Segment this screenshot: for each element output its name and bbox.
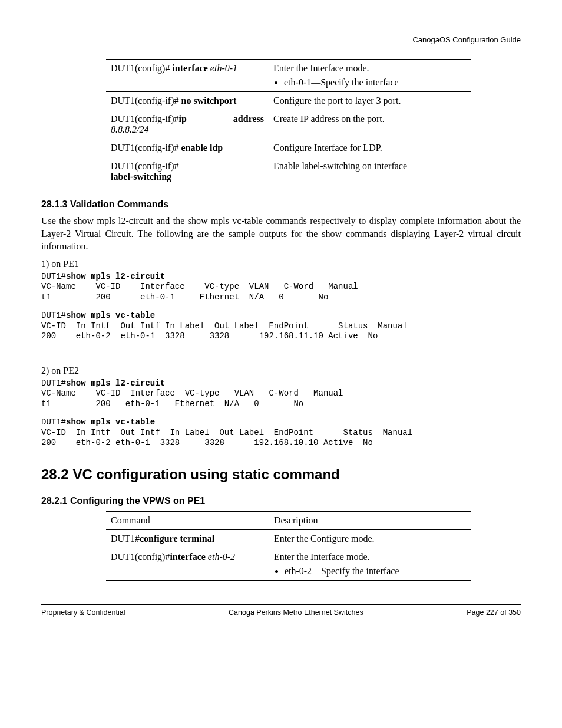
- cmd-bullet: eth-0-2—Specify the interface: [285, 566, 467, 577]
- cmd-desc: Configure Interface for LDP.: [269, 139, 471, 157]
- cmd-bold: label-switching: [111, 172, 264, 182]
- pe1-label: 1) on PE1: [41, 259, 521, 269]
- pe2-output-2: DUT1#show mpls vc-table VC-ID In Intf Ou…: [41, 417, 521, 449]
- footer-right: Page 227 of 350: [467, 608, 521, 617]
- cmd-desc: Enter the Interface mode.: [273, 63, 467, 74]
- cmd-desc: Enable label-switching on interface: [269, 157, 471, 186]
- col-header-command: Command: [106, 511, 269, 529]
- cmd-prefix: DUT1(config-if)#: [111, 95, 181, 106]
- table-row: DUT1(config-if)# label-switching Enable …: [106, 157, 471, 186]
- header-rule: [41, 48, 521, 48]
- section-para: Use the show mpls l2-circuit and the sho…: [41, 215, 521, 253]
- cmd-bullet: eth-0-1—Specify the interface: [284, 77, 467, 88]
- table-row: DUT1(config)# interface eth-0-1 Enter th…: [106, 60, 471, 92]
- cmd-desc: Enter the Interface mode.: [274, 552, 467, 562]
- cmd-bold: address: [233, 114, 264, 124]
- table-row: DUT1(config-if)# enable ldp Configure In…: [106, 139, 471, 157]
- cmd-desc: Create IP address on the port.: [269, 110, 471, 139]
- table-row: DUT1(config-if)#ip address 8.8.8.2/24 Cr…: [106, 110, 471, 139]
- cmd-prefix: DUT1(config)#: [111, 552, 170, 562]
- table-row: DUT1#configure terminal Enter the Config…: [106, 529, 471, 548]
- cmd-bold: no switchport: [181, 95, 237, 106]
- command-table-1: DUT1(config)# interface eth-0-1 Enter th…: [106, 59, 471, 186]
- section-heading-28-1-3: 28.1.3 Validation Commands: [41, 199, 521, 210]
- cmd-prefix: DUT1(config-if)#: [111, 161, 264, 172]
- cmd-desc: Configure the port to layer 3 port.: [269, 92, 471, 110]
- pe1-output-2: DUT1#show mpls vc-table VC-ID In Intf Ou…: [41, 311, 521, 342]
- pe2-output-1: DUT1#show mpls l2-circuit VC-Name VC-ID …: [41, 378, 521, 410]
- cmd-bold: interface: [172, 63, 207, 73]
- cmd-italic: 8.8.8.2/24: [111, 124, 264, 135]
- pe2-label: 2) on PE2: [41, 365, 521, 376]
- cmd-prefix: DUT1#: [111, 533, 140, 543]
- section-heading-28-2: 28.2 VC configuration using static comma…: [41, 466, 521, 483]
- cmd-bold: interface: [170, 552, 205, 562]
- footer-center: Canoga Perkins Metro Ethernet Switches: [229, 608, 363, 617]
- col-header-description: Description: [269, 511, 471, 529]
- table-row: DUT1(config)#interface eth-0-2 Enter the…: [106, 548, 471, 580]
- footer-left: Proprietary & Confidential: [41, 608, 125, 617]
- cmd-bold: ip: [179, 114, 187, 124]
- table-row: DUT1(config-if)# no switchport Configure…: [106, 92, 471, 110]
- cmd-prefix: DUT1(config-if)#: [111, 143, 181, 153]
- command-table-2: Command Description DUT1#configure termi…: [106, 511, 471, 581]
- page-header: CanogaOS Configuration Guide: [41, 35, 521, 48]
- cmd-italic: eth-0-2: [206, 552, 235, 562]
- cmd-bold: configure terminal: [140, 533, 214, 543]
- cmd-prefix: DUT1(config-if)#: [111, 114, 179, 124]
- page-footer: Proprietary & Confidential Canoga Perkin…: [41, 604, 521, 617]
- cmd-desc: Enter the Configure mode.: [269, 529, 471, 548]
- cmd-bold: enable ldp: [181, 143, 223, 153]
- section-heading-28-2-1: 28.2.1 Configuring the VPWS on PE1: [41, 496, 521, 506]
- table-header-row: Command Description: [106, 511, 471, 529]
- pe1-output-1: DUT1#show mpls l2-circuit VC-Name VC-ID …: [41, 272, 521, 303]
- cmd-prefix: DUT1(config)#: [111, 63, 172, 73]
- cmd-italic: eth-0-1: [208, 63, 237, 73]
